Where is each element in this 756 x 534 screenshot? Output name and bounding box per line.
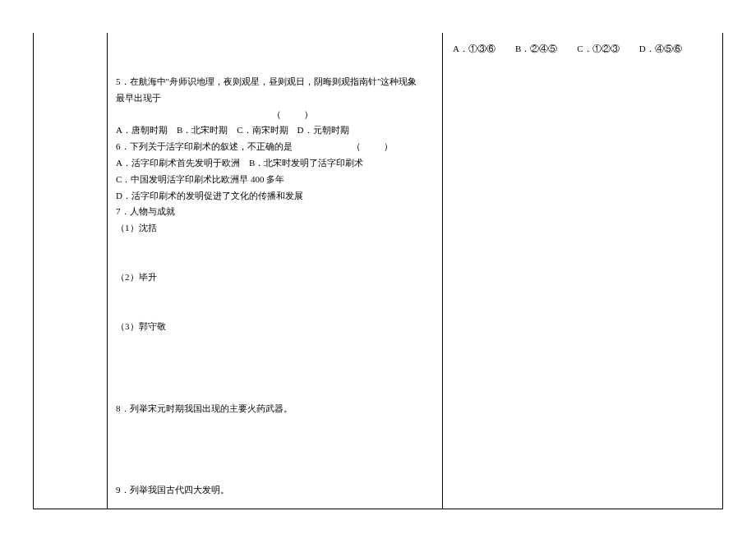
question-6-line: 6．下列关于活字印刷术的叙述，不正确的是 （ ） [116, 139, 426, 155]
left-column [34, 33, 108, 509]
top-options-row: A．①③⑥ B．②④⑤ C．①②③ D．④⑤⑥ [453, 41, 712, 58]
question-5-blank: （ ） [116, 107, 426, 123]
page-container: 5．在航海中"舟师识地理，夜则观星，昼则观日，阴晦则观指南针"这种现象最早出现于… [0, 0, 756, 534]
question-6-paren: （ ） [294, 141, 394, 151]
question-7: 7．人物与成就 [116, 204, 426, 220]
question-7-sub1: （1）沈括 [116, 220, 426, 237]
question-6-option-c: C．中国发明活字印刷术比欧洲早 400 多年 [116, 172, 426, 188]
question-6-option-d: D．活字印刷术的发明促进了文化的传播和发展 [116, 188, 426, 205]
outer-border: 5．在航海中"舟师识地理，夜则观星，昼则观日，阴晦则观指南针"这种现象最早出现于… [33, 33, 723, 509]
middle-column: 5．在航海中"舟师识地理，夜则观星，昼则观日，阴晦则观指南针"这种现象最早出现于… [108, 33, 443, 509]
question-8: 8．列举宋元时期我国出现的主要火药武器。 [116, 401, 426, 417]
question-5-paren: （ ） [272, 109, 315, 119]
question-9: 9．列举我国古代四大发明。 [116, 482, 426, 499]
option-c: C．①②③ [577, 41, 619, 58]
option-b: B．②④⑤ [515, 41, 557, 58]
right-column: A．①③⑥ B．②④⑤ C．①②③ D．④⑤⑥ [443, 33, 722, 509]
question-6-text: 6．下列关于活字印刷术的叙述，不正确的是 [116, 141, 293, 151]
option-d: D．④⑤⑥ [639, 41, 682, 58]
question-7-sub3: （3）郭守敬 [116, 319, 426, 335]
question-6-option-a-b: A．活字印刷术首先发明于欧洲 B．北宋时发明了活字印刷术 [116, 155, 426, 172]
question-5-options: A．唐朝时期 B．北宋时期 C．南宋时期 D．元朝时期 [116, 122, 426, 139]
question-5-line1: 5．在航海中"舟师识地理，夜则观星，昼则观日，阴晦则观指南针"这种现象最早出现于 [116, 74, 426, 107]
option-a: A．①③⑥ [453, 41, 496, 58]
question-7-sub2: （2）毕升 [116, 269, 426, 286]
